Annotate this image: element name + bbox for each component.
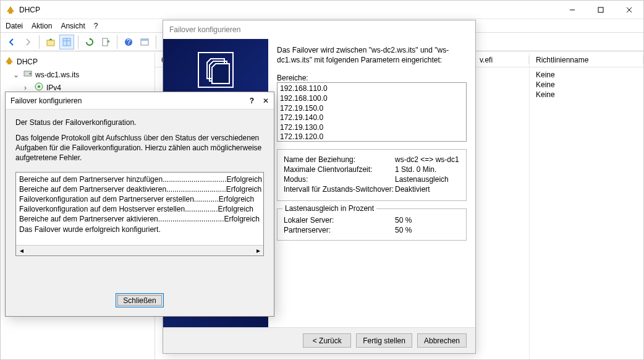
menu-action[interactable]: Aktion [32,22,52,30]
loadbalance-legend: Lastenausgleich in Prozent [282,204,376,213]
close-button[interactable]: Schließen [116,293,164,307]
relationship-properties: Name der Beziehung:ws-dc2 <=> ws-dc1 Max… [277,149,467,201]
mclt-value: 1 Std. 0 Min. [395,165,436,174]
cancel-button[interactable]: Abbrechen [417,333,467,348]
log-line: Bereiche auf dem Partnerserver aktiviere… [19,214,260,224]
table-row[interactable]: Keine [530,80,643,90]
partner-server-label: Partnerserver: [284,226,395,234]
status-heading: Der Status der Failoverkonfiguration. [15,118,264,127]
scope-item[interactable]: 172.19.150.0 [280,104,464,114]
menu-help[interactable]: ? [94,22,98,30]
scope-item[interactable]: 172.19.140.0 [280,113,464,123]
rel-name-value: ws-dc2 <=> ws-dc1 [395,155,459,164]
horizontal-scrollbar[interactable]: ◂ ▸ [16,245,263,255]
log-line: Failoverkonfiguration auf dem Partnerser… [19,194,260,204]
svg-point-20 [38,85,40,88]
svg-rect-2 [598,7,603,12]
refresh-button[interactable] [82,35,97,49]
scopes-label: Bereiche: [277,74,467,82]
scope-item[interactable]: 172.19.120.0 [280,132,464,142]
back-button[interactable]: < Zurück [303,333,351,348]
scope-item[interactable]: 192.168.100.0 [280,94,464,104]
tree-root-label: DHCP [17,58,38,66]
status-paragraph: Das folgende Protokoll gibt Aufschluss ü… [15,133,264,163]
mclt-label: Maximale Clientvorlaufzeit: [284,165,395,174]
switchover-value: Deaktiviert [395,185,430,194]
minimize-button[interactable] [558,1,587,19]
help-button[interactable]: ? [121,35,136,49]
svg-rect-13 [141,39,148,41]
scopes-list[interactable]: 192.168.110.0192.168.100.0172.19.150.017… [277,82,467,142]
switchover-label: Intervall für Zustands-Switchover: [284,185,395,194]
local-server-value: 50 % [395,216,412,225]
expand-icon[interactable]: › [24,84,32,92]
partner-server-value: 50 % [395,226,412,234]
rel-name-label: Name der Beziehung: [284,155,395,164]
mode-value: Lastenausgleich [395,175,449,184]
svg-rect-0 [9,12,12,14]
close-button[interactable] [615,1,643,19]
tree-root[interactable]: DHCP [4,55,151,68]
help-button[interactable]: ? [250,96,254,105]
svg-point-18 [30,73,32,75]
finish-button[interactable]: Fertig stellen [356,333,412,348]
svg-text:?: ? [127,38,131,46]
tree-ipv4-label: IPv4 [46,84,61,92]
tree-server-label: ws-dc1.ws.its [35,71,79,79]
col-header-policy[interactable]: Richtlinienname [530,56,643,64]
scope-item[interactable]: 172.19.130.0 [280,123,464,133]
server-icon [23,69,33,80]
local-server-label: Lokaler Server: [284,216,395,225]
log-line: Das Failover wurde erfolgreich konfiguri… [19,225,260,234]
properties-button[interactable] [137,35,152,49]
close-icon[interactable]: ✕ [263,96,269,105]
up-button[interactable] [43,35,58,49]
details-view-button[interactable] [59,35,74,49]
log-line: Bereiche auf dem Partnerserver deaktivie… [19,184,260,194]
scope-item[interactable]: 192.168.110.0 [280,84,464,94]
tree-server[interactable]: ⌄ ws-dc1.ws.its [4,68,151,81]
svg-rect-9 [103,38,108,46]
loadbalance-fieldset: Lastenausgleich in Prozent Lokaler Serve… [277,208,467,241]
dhcp-icon [4,56,14,67]
export-button[interactable] [98,35,113,49]
window-title: DHCP [19,6,558,14]
scroll-left-icon[interactable]: ◂ [16,246,27,255]
titlebar: DHCP [1,1,643,19]
col-header-bootfile[interactable]: v.efi [473,56,529,64]
maximize-button[interactable] [587,1,615,19]
nav-forward-button[interactable] [20,35,35,49]
failover-status-dialog: Failover konfigurieren ? ✕ Der Status de… [5,92,274,317]
log-line: Bereiche auf dem Partnerserver hinzufüge… [19,174,260,184]
scroll-right-icon[interactable]: ▸ [253,246,263,255]
log-line: Failoverkonfiguration auf dem Hostserver… [19,204,260,214]
wizard-title: Failover konfigurieren [163,20,475,39]
svg-rect-5 [47,40,54,46]
table-row[interactable]: Keine [530,90,643,100]
table-row[interactable]: Keine [530,70,643,80]
dhcp-icon [6,5,15,15]
svg-rect-16 [7,62,11,64]
expand-icon[interactable]: ⌄ [13,71,20,79]
nav-back-button[interactable] [4,35,19,49]
wizard-intro: Das Failover wird zwischen "ws-dc2.ws.it… [277,45,467,65]
status-log[interactable]: Bereiche auf dem Partnerserver hinzufüge… [15,172,264,256]
menu-file[interactable]: Datei [6,22,23,30]
status-title: Failover konfigurieren [11,96,250,105]
menu-view[interactable]: Ansicht [61,22,85,30]
mode-label: Modus: [284,175,395,184]
